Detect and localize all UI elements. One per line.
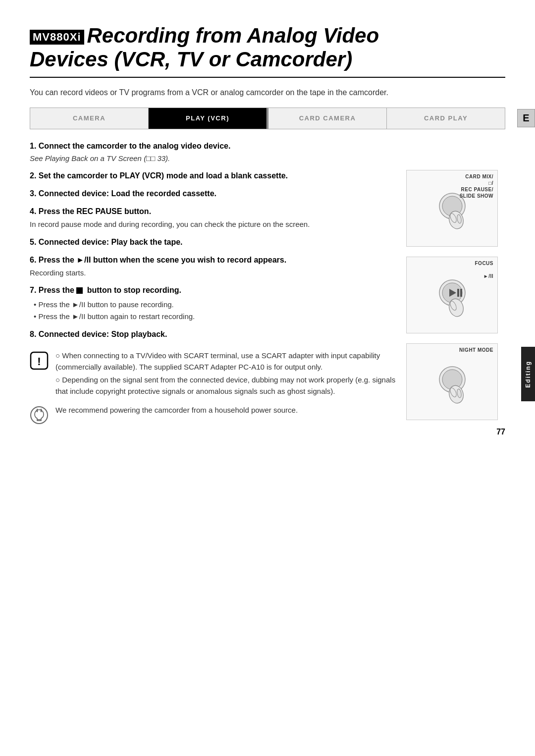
mv-badge: MV880Xi bbox=[30, 30, 84, 44]
title-line2: Devices (VCR, TV or Camcorder) bbox=[30, 48, 505, 71]
step-7-bullets: Press the ►/II button to pause recording… bbox=[34, 299, 396, 323]
step-4: 4. Press the REC PAUSE button. In record… bbox=[30, 206, 396, 230]
warning-bullet-2: Depending on the signal sent from the co… bbox=[55, 375, 396, 397]
step-1-sub: See Playing Back on a TV Screen (□□ 33). bbox=[30, 153, 396, 164]
mode-bar: CAMERA PLAY (VCR) CARD CAMERA CARD PLAY bbox=[30, 108, 505, 129]
page-number: 77 bbox=[496, 428, 505, 436]
step-7-bullet-1: Press the ►/II button to pause recording… bbox=[34, 299, 396, 311]
step-8: 8. Connected device: Stop playback. bbox=[30, 328, 396, 340]
title-block: MV880XiRecording from Analog Video Devic… bbox=[30, 24, 505, 78]
intro-text: You can record videos or TV programs fro… bbox=[30, 87, 505, 99]
mode-tab-camera[interactable]: CAMERA bbox=[30, 108, 149, 129]
warning-bullet-1: When connecting to a TV/Video with SCART… bbox=[55, 350, 396, 373]
mode-tab-play-vcr[interactable]: PLAY (VCR) bbox=[149, 108, 267, 129]
editing-sidebar: Editing bbox=[521, 347, 535, 401]
focus-label: FOCUS►/II bbox=[475, 260, 494, 279]
mode-tab-card-play[interactable]: CARD PLAY bbox=[387, 108, 505, 129]
editing-label: Editing bbox=[525, 361, 532, 388]
step-6-heading: 6. Press the ►/II button when the scene … bbox=[30, 256, 286, 264]
main-content: 1. Connect the camcorder to the analog v… bbox=[30, 140, 406, 425]
step-1: 1. Connect the camcorder to the analog v… bbox=[30, 140, 396, 164]
info-notice-text: We recommend powering the camcorder from… bbox=[55, 405, 396, 416]
svg-point-2 bbox=[31, 407, 48, 424]
title-line1: MV880XiRecording from Analog Video bbox=[30, 24, 505, 48]
e-section-tab: E bbox=[517, 109, 535, 127]
warning-icon: ! bbox=[30, 351, 49, 370]
svg-rect-14 bbox=[457, 289, 459, 297]
step-7-bullet-2: Press the ►/II button again to restart r… bbox=[34, 311, 396, 323]
svg-text:!: ! bbox=[37, 355, 41, 368]
step-7: 7. Press the button to stop recording. P… bbox=[30, 284, 396, 323]
step-2-heading: 2. Set the camcorder to PLAY (VCR) mode … bbox=[30, 171, 288, 180]
info-icon bbox=[30, 406, 49, 425]
step-8-heading: 8. Connected device: Stop playback. bbox=[30, 330, 167, 338]
night-mode-label: NIGHT MODE bbox=[459, 347, 493, 353]
step-6: 6. Press the ►/II button when the scene … bbox=[30, 254, 396, 279]
info-notice: We recommend powering the camcorder from… bbox=[30, 405, 396, 425]
focus-play-box: FOCUS►/II bbox=[406, 257, 498, 333]
step-4-heading: 4. Press the REC PAUSE button. bbox=[30, 207, 151, 216]
step-3-heading: 3. Connected device: Load the recorded c… bbox=[30, 189, 216, 198]
step-7-heading: 7. Press the button to stop recording. bbox=[30, 286, 181, 294]
svg-rect-15 bbox=[460, 289, 462, 297]
step-3: 3. Connected device: Load the recorded c… bbox=[30, 188, 396, 200]
step-4-desc: In record pause mode and during recordin… bbox=[30, 219, 396, 230]
step-1-heading: 1. Connect the camcorder to the analog v… bbox=[30, 142, 230, 150]
step-5: 5. Connected device: Play back the tape. bbox=[30, 236, 396, 248]
night-mode-box: NIGHT MODE bbox=[406, 343, 498, 420]
step-6-desc: Recording starts. bbox=[30, 268, 396, 279]
side-images: CARD MIX/□/REC PAUSE/SLIDE SHOW FOCUS►/I… bbox=[406, 170, 505, 425]
rec-pause-box: CARD MIX/□/REC PAUSE/SLIDE SHOW bbox=[406, 170, 498, 247]
stop-icon bbox=[76, 287, 83, 294]
notice-section: ! When connecting to a TV/Video with SCA… bbox=[30, 350, 396, 425]
warning-notice-text: When connecting to a TV/Video with SCART… bbox=[55, 350, 396, 399]
rec-pause-label: CARD MIX/□/REC PAUSE/SLIDE SHOW bbox=[460, 173, 493, 199]
step-5-heading: 5. Connected device: Play back the tape. bbox=[30, 238, 183, 246]
warning-notice: ! When connecting to a TV/Video with SCA… bbox=[30, 350, 396, 399]
step-2: 2. Set the camcorder to PLAY (VCR) mode … bbox=[30, 170, 396, 182]
mode-tab-card-camera[interactable]: CARD CAMERA bbox=[268, 108, 387, 129]
